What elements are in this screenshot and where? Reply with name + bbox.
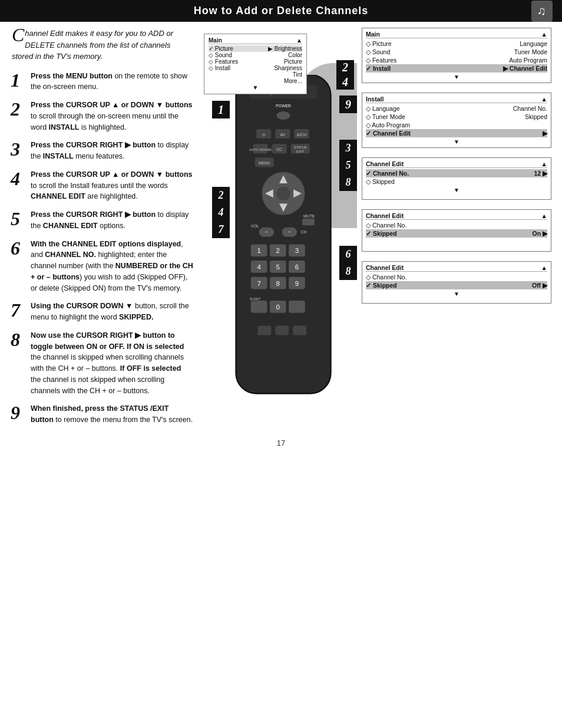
- menu-header-6: Channel Edit▲: [366, 264, 547, 272]
- step-number-3: 3: [11, 140, 27, 159]
- badge-6: 6: [346, 248, 351, 261]
- svg-text:1: 1: [257, 247, 260, 254]
- svg-point-25: [277, 187, 290, 200]
- svg-text:AV: AV: [280, 133, 286, 137]
- badge-5: 5: [346, 159, 351, 172]
- svg-text:5: 5: [276, 263, 280, 271]
- step-1: 1 Press the MENU button on the remote to…: [11, 71, 193, 93]
- step-6: 6 With the CHANNEL EDIT options displaye…: [11, 239, 193, 294]
- svg-rect-58: [275, 326, 289, 335]
- badge-2: 2: [342, 61, 348, 74]
- svg-text:CH: CH: [301, 230, 307, 234]
- remote-illustration-area: Main▲ ✓ Picture▶ Brightness ◇ SoundColor…: [198, 28, 357, 433]
- intro-text: hannel Edit makes it easy for you to ADD…: [12, 29, 173, 61]
- svg-text:CC: CC: [276, 147, 282, 151]
- svg-text:EXIT: EXIT: [296, 150, 304, 153]
- step-8: 8 Now use the CURSOR RIGHT ▶ button to t…: [11, 330, 193, 397]
- page-number: 17: [277, 439, 285, 447]
- step-3: 3 Press the CURSOR RIGHT ▶ but­ton to di…: [11, 140, 193, 162]
- svg-text:2: 2: [276, 247, 280, 254]
- step-text-1: Press the MENU button on the remote to s…: [31, 71, 193, 93]
- menu-header-4: Channel Edit▲: [366, 160, 547, 168]
- svg-text:0: 0: [276, 304, 280, 311]
- steps-list: 1 Press the MENU button on the remote to…: [11, 71, 193, 426]
- badge-4: 4: [342, 75, 348, 89]
- step-9: 9 When finished, press the STATUS /EXIT …: [11, 403, 193, 426]
- step-number-6: 6: [11, 239, 27, 258]
- menu-header-2: Main▲: [366, 31, 547, 38]
- step-5: 5 Press the CURSOR RIGHT ▶ but­ton to di…: [11, 209, 193, 232]
- svg-text:MUTE: MUTE: [303, 214, 315, 218]
- badge-9: 9: [339, 95, 357, 113]
- badge-1: 1: [212, 101, 230, 118]
- badge-4b: 4: [219, 206, 224, 219]
- step-text-2: Press the CURSOR UP ▲ or DOWN ▼ buttons …: [31, 100, 193, 133]
- svg-text:⊙: ⊙: [262, 133, 266, 137]
- step-number-7: 7: [11, 301, 27, 319]
- svg-text:3: 3: [295, 247, 299, 254]
- badge-2b: 2: [219, 189, 224, 202]
- step-4: 4 Press the CURSOR UP ▲ or DOWN ▼ button…: [11, 169, 193, 202]
- step-text-9: When finished, press the STATUS /EXIT bu…: [31, 403, 193, 426]
- svg-text:MENU: MENU: [259, 161, 270, 165]
- badge-247-left: 2 4 7: [212, 187, 230, 238]
- badge-68: 6 8: [339, 246, 357, 280]
- menu-screen-6: Channel Edit▲ ◇ Channel No. ✓ SkippedOff…: [362, 261, 551, 304]
- badge-358: 3 5 8: [339, 140, 357, 191]
- step-7: 7 Using the CURSOR DOWN ▼ but­ton, scrol…: [11, 301, 193, 323]
- step-text-5: Press the CURSOR RIGHT ▶ but­ton to disp…: [31, 209, 193, 232]
- step-text-6: With the CHANNEL EDIT options displayed,…: [31, 239, 193, 294]
- step-number-8: 8: [11, 330, 27, 349]
- svg-text:9: 9: [295, 280, 299, 287]
- header-icon: ♫: [531, 1, 553, 22]
- menu-screen-2: Main▲ ◇ PictureLanguage ◇ SoundTuner Mod…: [362, 28, 551, 83]
- badge-8: 8: [346, 176, 351, 189]
- menu-screen-5: Channel Edit▲ ◇ Channel No. ✓ SkippedOn …: [362, 209, 551, 252]
- page-header: How to Add or Delete Channels ♫: [0, 0, 562, 22]
- svg-text:VOL: VOL: [251, 224, 259, 228]
- svg-text:-: -: [265, 228, 267, 235]
- svg-text:6: 6: [295, 263, 299, 271]
- svg-text:8: 8: [276, 280, 280, 287]
- step-2: 2 Press the CURSOR UP ▲ or DOWN ▼ button…: [11, 100, 193, 133]
- step-number-9: 9: [11, 403, 27, 422]
- badge-8b: 8: [346, 265, 351, 278]
- step-text-7: Using the CURSOR DOWN ▼ but­ton, scroll …: [31, 301, 193, 323]
- badge-24: 2 4: [336, 60, 354, 90]
- left-column: C hannel Edit makes it easy for you to A…: [11, 28, 193, 433]
- badge-3: 3: [346, 142, 351, 154]
- svg-text:SLEEP: SLEEP: [249, 297, 260, 301]
- header-title: How to Add or Delete Channels: [194, 5, 368, 17]
- step-text-3: Press the CURSOR RIGHT ▶ but­ton to disp…: [31, 140, 193, 162]
- menu-header-3: Install▲: [366, 95, 547, 103]
- svg-text:-: -: [288, 228, 290, 235]
- step-text-4: Press the CURSOR UP ▲ or DOWN ▼ buttons …: [31, 169, 193, 202]
- svg-rect-57: [257, 326, 271, 335]
- step-number-1: 1: [11, 71, 27, 90]
- svg-point-3: [277, 111, 290, 120]
- svg-text:STATUS: STATUS: [294, 146, 307, 149]
- svg-text:4: 4: [257, 263, 261, 271]
- badge-7: 7: [219, 223, 224, 236]
- menu-header-5: Channel Edit▲: [366, 212, 547, 220]
- svg-text:A/CH: A/CH: [297, 133, 306, 137]
- svg-rect-56: [289, 301, 305, 313]
- step-number-4: 4: [11, 169, 27, 188]
- svg-rect-27: [302, 219, 315, 226]
- menu-screen-4: Channel Edit▲ ✓ Channel No.12 ▶ ◇ Skippe…: [362, 157, 551, 200]
- svg-text:POWER: POWER: [276, 104, 291, 108]
- menu-screen-3: Install▲ ◇ LanguageChannel No. ◇ Tuner M…: [362, 93, 551, 148]
- svg-text:AUTO SOUND: AUTO SOUND: [249, 148, 272, 151]
- page-footer: 17: [0, 433, 562, 453]
- drop-cap: C: [12, 28, 24, 43]
- svg-rect-53: [251, 301, 267, 313]
- svg-rect-59: [293, 326, 306, 335]
- svg-text:7: 7: [257, 280, 260, 287]
- intro-paragraph: C hannel Edit makes it easy for you to A…: [11, 28, 193, 62]
- step-number-5: 5: [11, 209, 27, 228]
- menu-screens-column: Main▲ ◇ PictureLanguage ◇ SoundTuner Mod…: [362, 28, 551, 433]
- step-text-8: Now use the CURSOR RIGHT ▶ button to tog…: [31, 330, 193, 397]
- step-number-2: 2: [11, 100, 27, 118]
